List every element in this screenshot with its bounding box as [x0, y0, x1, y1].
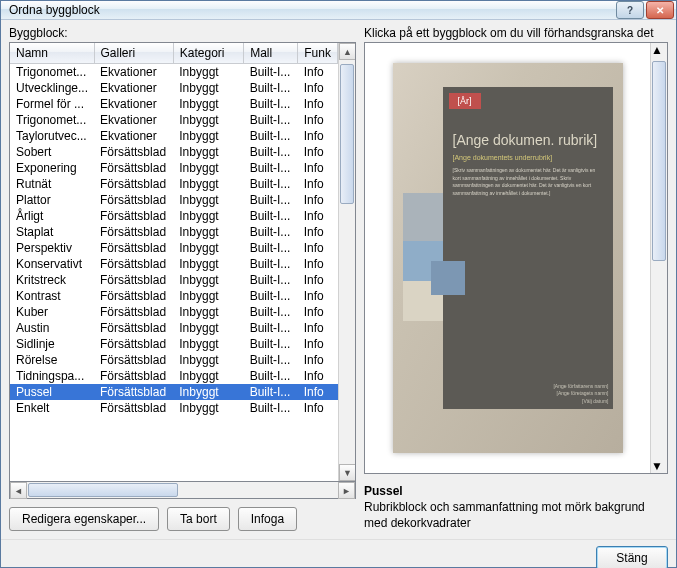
table-row[interactable]: AustinFörsättsbladInbyggtBuilt-I...Info — [10, 320, 338, 336]
cell-funk: Info — [298, 192, 338, 208]
scroll-left-icon[interactable]: ◄ — [10, 482, 27, 499]
preview-scroll-thumb[interactable] — [652, 61, 666, 261]
cell-name: Rörelse — [10, 352, 94, 368]
preview-box: [Ange dokumen. rubrik] [Ange dokumentets… — [364, 42, 668, 474]
cell-galleri: Försättsblad — [94, 320, 173, 336]
right-label: Klicka på ett byggblock om du vill förha… — [364, 26, 668, 40]
cell-kategori: Inbyggt — [173, 272, 243, 288]
preview-info: Pussel Rubrikblock och sammanfattning mo… — [364, 480, 668, 531]
col-galleri[interactable]: Galleri — [94, 43, 173, 64]
dialog-footer: Stäng — [1, 539, 676, 568]
cell-name: Trigonomet... — [10, 112, 94, 128]
table-row[interactable]: RutnätFörsättsbladInbyggtBuilt-I...Info — [10, 176, 338, 192]
cell-galleri: Ekvationer — [94, 112, 173, 128]
cell-mall: Built-I... — [244, 320, 298, 336]
dialog-window: Ordna byggblock ? ✕ Byggblock: Namn Gall… — [0, 0, 677, 568]
cell-mall: Built-I... — [244, 192, 298, 208]
table-row[interactable]: KonservativtFörsättsbladInbyggtBuilt-I..… — [10, 256, 338, 272]
delete-button[interactable]: Ta bort — [167, 507, 230, 531]
close-button[interactable]: Stäng — [596, 546, 668, 568]
preview-scrollbar[interactable]: ▲ ▼ — [650, 43, 667, 473]
insert-button[interactable]: Infoga — [238, 507, 297, 531]
scroll-track[interactable] — [339, 60, 355, 464]
cell-name: Trigonomet... — [10, 64, 94, 81]
col-name[interactable]: Namn — [10, 43, 94, 64]
vertical-scrollbar[interactable]: ▲ ▼ — [338, 43, 355, 481]
cell-funk: Info — [298, 240, 338, 256]
table-row[interactable]: Utvecklinge...EkvationerInbyggtBuilt-I..… — [10, 80, 338, 96]
cell-name: Sobert — [10, 144, 94, 160]
table-row[interactable]: PlattorFörsättsbladInbyggtBuilt-I...Info — [10, 192, 338, 208]
cell-mall: Built-I... — [244, 288, 298, 304]
table-row[interactable]: SobertFörsättsbladInbyggtBuilt-I...Info — [10, 144, 338, 160]
cell-mall: Built-I... — [244, 336, 298, 352]
cell-kategori: Inbyggt — [173, 208, 243, 224]
cell-kategori: Inbyggt — [173, 128, 243, 144]
preview-footer-line: [Ange företagets namn] — [553, 390, 608, 398]
hscroll-track[interactable] — [27, 482, 338, 498]
table-row[interactable]: RörelseFörsättsbladInbyggtBuilt-I...Info — [10, 352, 338, 368]
cell-galleri: Ekvationer — [94, 64, 173, 81]
cell-name: Enkelt — [10, 400, 94, 416]
cell-funk: Info — [298, 160, 338, 176]
cell-galleri: Försättsblad — [94, 288, 173, 304]
col-kategori[interactable]: Kategori — [173, 43, 243, 64]
table-row[interactable]: EnkeltFörsättsbladInbyggtBuilt-I...Info — [10, 400, 338, 416]
cell-galleri: Försättsblad — [94, 256, 173, 272]
scroll-thumb[interactable] — [340, 64, 354, 204]
preview-footer-line: [Ange författarens namn] — [553, 383, 608, 391]
preview-dark-panel: [Ange dokumen. rubrik] [Ange dokumentets… — [443, 87, 613, 409]
cell-name: Sidlinje — [10, 336, 94, 352]
cell-galleri: Försättsblad — [94, 336, 173, 352]
window-title: Ordna byggblock — [9, 3, 616, 17]
hscroll-thumb[interactable] — [28, 483, 178, 497]
cell-mall: Built-I... — [244, 160, 298, 176]
cell-mall: Built-I... — [244, 384, 298, 400]
cell-name: Konservativt — [10, 256, 94, 272]
scroll-up-icon[interactable]: ▲ — [651, 43, 667, 57]
help-button[interactable]: ? — [616, 1, 644, 19]
table-row[interactable]: KontrastFörsättsbladInbyggtBuilt-I...Inf… — [10, 288, 338, 304]
col-mall[interactable]: Mall — [244, 43, 298, 64]
scroll-right-icon[interactable]: ► — [338, 482, 355, 499]
table-row[interactable]: Taylorutvec...EkvationerInbyggtBuilt-I..… — [10, 128, 338, 144]
table-row[interactable]: KritstreckFörsättsbladInbyggtBuilt-I...I… — [10, 272, 338, 288]
table-row[interactable]: Trigonomet...EkvationerInbyggtBuilt-I...… — [10, 112, 338, 128]
table-row[interactable]: ExponeringFörsättsbladInbyggtBuilt-I...I… — [10, 160, 338, 176]
table-row[interactable]: PusselFörsättsbladInbyggtBuilt-I...Info — [10, 384, 338, 400]
cell-kategori: Inbyggt — [173, 176, 243, 192]
preview-name: Pussel — [364, 484, 668, 498]
left-pane: Byggblock: Namn Galleri Kategori Mall Fu… — [9, 26, 356, 531]
table-row[interactable]: Formel för ...EkvationerInbyggtBuilt-I..… — [10, 96, 338, 112]
table-row[interactable]: SidlinjeFörsättsbladInbyggtBuilt-I...Inf… — [10, 336, 338, 352]
table-row[interactable]: StaplatFörsättsbladInbyggtBuilt-I...Info — [10, 224, 338, 240]
scroll-down-icon[interactable]: ▼ — [339, 464, 356, 481]
horizontal-scrollbar[interactable]: ◄ ► — [9, 482, 356, 499]
cell-kategori: Inbyggt — [173, 384, 243, 400]
edit-properties-button[interactable]: Redigera egenskaper... — [9, 507, 159, 531]
table-row[interactable]: ÅrligtFörsättsbladInbyggtBuilt-I...Info — [10, 208, 338, 224]
cell-funk: Info — [298, 288, 338, 304]
scroll-down-icon[interactable]: ▼ — [651, 459, 667, 473]
preview-scroll-track[interactable] — [651, 57, 667, 459]
cell-funk: Info — [298, 304, 338, 320]
cell-funk: Info — [298, 352, 338, 368]
cell-funk: Info — [298, 400, 338, 416]
close-window-button[interactable]: ✕ — [646, 1, 674, 19]
cell-mall: Built-I... — [244, 368, 298, 384]
table-row[interactable]: Trigonomet...EkvationerInbyggtBuilt-I...… — [10, 64, 338, 81]
col-funk[interactable]: Funk — [298, 43, 338, 64]
cell-kategori: Inbyggt — [173, 352, 243, 368]
cell-galleri: Försättsblad — [94, 272, 173, 288]
table-row[interactable]: Tidningspa...FörsättsbladInbyggtBuilt-I.… — [10, 368, 338, 384]
cell-kategori: Inbyggt — [173, 224, 243, 240]
cell-galleri: Försättsblad — [94, 192, 173, 208]
cell-galleri: Ekvationer — [94, 96, 173, 112]
preview-footer: [Ange författarens namn] [Ange företaget… — [553, 383, 608, 406]
cell-kategori: Inbyggt — [173, 160, 243, 176]
scroll-up-icon[interactable]: ▲ — [339, 43, 356, 60]
table-row[interactable]: PerspektivFörsättsbladInbyggtBuilt-I...I… — [10, 240, 338, 256]
table-row[interactable]: KuberFörsättsbladInbyggtBuilt-I...Info — [10, 304, 338, 320]
cell-mall: Built-I... — [244, 112, 298, 128]
cell-kategori: Inbyggt — [173, 80, 243, 96]
